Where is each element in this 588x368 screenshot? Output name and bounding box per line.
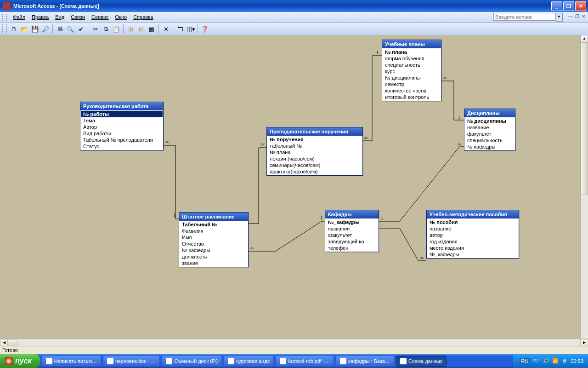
field-item[interactable]: факультет — [326, 232, 378, 238]
field-item[interactable]: семинары(часов/сем) — [267, 162, 362, 168]
field-item[interactable]: Тема — [81, 117, 163, 124]
field-item[interactable]: семестр — [383, 81, 441, 87]
table-prepodavatelskie[interactable]: Преподавательские поручения№ порученията… — [266, 127, 363, 176]
delete-button[interactable]: ✕ — [161, 24, 171, 34]
field-item[interactable]: №_кафедры — [326, 219, 378, 225]
field-item[interactable]: Отчество — [180, 241, 248, 247]
toolbar-grip[interactable] — [2, 14, 7, 21]
language-indicator[interactable]: RU — [520, 358, 531, 364]
field-item[interactable]: № дисциплины — [383, 75, 441, 81]
field-item[interactable]: название — [465, 124, 514, 131]
field-item[interactable]: Вид работы — [81, 130, 163, 137]
mdi-restore[interactable]: ❐ — [575, 14, 579, 19]
field-item[interactable]: лекции (часов/сем) — [267, 155, 362, 162]
field-item[interactable]: место издания — [427, 245, 518, 251]
field-item[interactable]: название — [326, 225, 378, 232]
field-item[interactable]: № пособия — [427, 219, 518, 225]
table-title[interactable]: Кафедры — [325, 210, 379, 218]
help-question-input[interactable] — [493, 13, 556, 21]
print-preview-button[interactable]: 🔍 — [65, 24, 75, 34]
filesearch-button[interactable]: 🔎 — [40, 24, 51, 34]
field-item[interactable]: № кафедры — [180, 247, 248, 253]
field-item[interactable]: должность — [180, 253, 248, 260]
menu-tools[interactable]: Сервис — [88, 13, 112, 21]
table-title[interactable]: Учебно-методические пособия — [427, 210, 519, 218]
field-item[interactable]: № плана — [267, 149, 362, 155]
field-item[interactable]: № поручения — [267, 136, 362, 143]
field-item[interactable]: Табельный № — [180, 221, 248, 228]
table-shtatnoe[interactable]: Штатное расписаниеТабельный №ФамилияИмяО… — [179, 212, 249, 267]
table-discipliny[interactable]: Дисциплины№ дисциплиныназваниефакультетс… — [464, 109, 515, 151]
taskbar-item[interactable]: черновик.doc - … — [103, 356, 160, 367]
field-item[interactable]: телефон — [326, 245, 378, 251]
field-item[interactable]: форма обучения — [383, 55, 441, 62]
taskbar-item[interactable]: kursovi-rob.pdf -… — [276, 356, 334, 367]
scroll-left-button[interactable]: ◀ — [0, 339, 8, 346]
field-item[interactable]: название — [427, 225, 518, 232]
field-item[interactable]: автор — [427, 232, 518, 238]
spellcheck-button[interactable]: ✔ — [76, 24, 86, 34]
field-item[interactable]: количество часов — [383, 87, 441, 94]
menu-file[interactable]: Файл — [10, 13, 28, 21]
maximize-button[interactable]: ❐ — [563, 1, 574, 11]
copy-button[interactable]: ⧉ — [101, 24, 111, 34]
open-button[interactable]: 📂 — [19, 24, 29, 34]
table-uchebnye-plany[interactable]: Учебные планы№ планаформа обученияспециа… — [382, 40, 441, 101]
taskbar-item[interactable]: Написать письм… — [42, 356, 101, 367]
save-button[interactable]: 💾 — [30, 24, 40, 34]
table-title[interactable]: Дисциплины — [464, 109, 515, 117]
field-item[interactable]: курс — [383, 68, 441, 75]
menu-help[interactable]: Справка — [130, 13, 156, 21]
clock[interactable]: 20:53 — [571, 358, 583, 364]
table-title[interactable]: Преподавательские поручения — [267, 127, 362, 136]
start-button[interactable]: пуск — [0, 354, 40, 368]
hscroll-thumb[interactable] — [8, 339, 17, 346]
help-button[interactable]: ❓ — [200, 24, 210, 34]
field-item[interactable]: специальность — [465, 137, 514, 144]
cut-button[interactable]: ✂ — [90, 24, 100, 34]
field-item[interactable]: практика(часов/сем) — [267, 168, 362, 175]
print-button[interactable]: 🖶 — [55, 24, 65, 34]
field-item[interactable]: звание — [180, 260, 248, 266]
field-item[interactable]: № дисциплины — [465, 118, 514, 124]
field-item[interactable]: Табельный № преподавателя — [81, 137, 163, 143]
canvas-vertical-scrollbar[interactable]: ▲ ▼ — [580, 35, 588, 351]
new-object-button[interactable]: ◫▾ — [186, 24, 196, 34]
menu-edit[interactable]: Правка — [28, 13, 52, 21]
field-item[interactable]: заведующий ка — [326, 238, 378, 245]
table-title[interactable]: Учебные планы — [382, 40, 441, 48]
minimize-button[interactable]: _ — [551, 1, 562, 11]
mdi-close[interactable]: ✕ — [582, 14, 585, 19]
field-item[interactable]: специальность — [383, 62, 441, 68]
field-item[interactable]: год издания — [427, 238, 518, 245]
toolbar-grip-2[interactable] — [2, 24, 7, 34]
field-item[interactable]: итоговый контроль — [383, 94, 441, 100]
taskbar-item[interactable]: Схема данных — [396, 356, 447, 367]
field-item[interactable]: Статус — [81, 143, 163, 150]
show-all-button[interactable]: ▦ — [147, 24, 157, 34]
table-title[interactable]: Руководительская работа — [80, 102, 163, 110]
show-direct-button[interactable]: ⊟ — [136, 24, 146, 34]
field-item[interactable]: Имя — [180, 234, 248, 241]
field-item[interactable]: № кафедры — [465, 144, 514, 150]
table-title[interactable]: Штатное расписание — [179, 213, 248, 221]
scroll-up-button[interactable]: ▲ — [581, 35, 588, 43]
help-question-dropdown[interactable]: ▼ — [556, 13, 563, 22]
mdi-minimize[interactable]: — — [568, 14, 573, 19]
relationships-canvas[interactable]: ∞ 1 1 ∞ ∞ 1 ∞ 1 ∞ 1 1 ∞ 1 ∞ Руководитель… — [0, 35, 588, 351]
canvas-horizontal-scrollbar[interactable]: ◀ ▶ — [0, 339, 588, 346]
field-item[interactable]: Фамилия — [180, 228, 248, 234]
menu-window[interactable]: Окно — [112, 13, 130, 21]
scroll-right-button[interactable]: ▶ — [580, 339, 588, 346]
table-rukovoditelskaya[interactable]: Руководительская работа№ работыТемаАвтор… — [80, 102, 164, 150]
scroll-thumb[interactable] — [581, 42, 588, 195]
paste-button[interactable]: 📋 — [111, 24, 121, 34]
field-item[interactable]: № плана — [383, 49, 441, 55]
tray-icon[interactable]: 📶 — [552, 358, 559, 364]
tray-icon[interactable]: 🛡 — [534, 358, 540, 364]
table-posobiya[interactable]: Учебно-методические пособия№ пособияназв… — [426, 210, 519, 259]
field-item[interactable]: табельный № — [267, 143, 362, 149]
new-button[interactable]: 🗋 — [9, 24, 19, 34]
field-item[interactable]: Автор — [81, 124, 163, 130]
tray-icon[interactable]: 🖥 — [561, 358, 568, 364]
